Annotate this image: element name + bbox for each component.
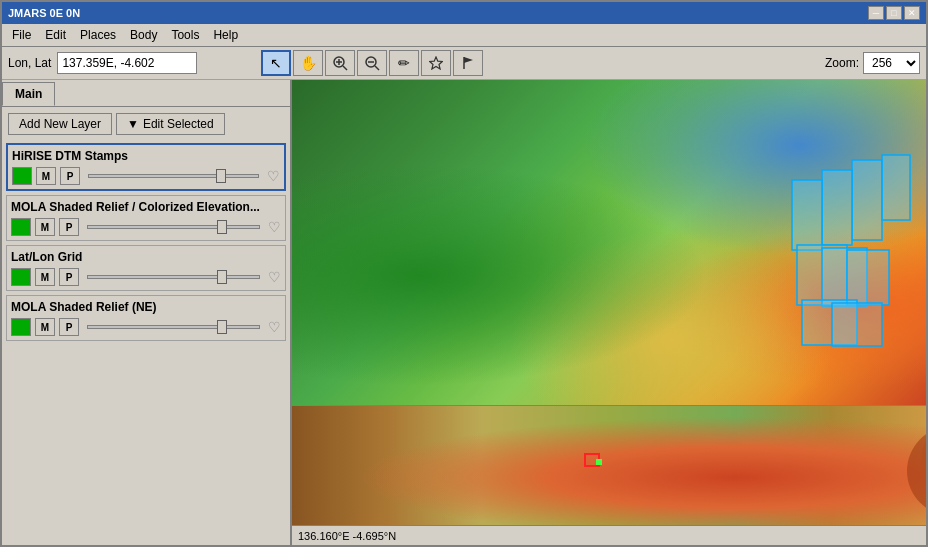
lonlat-input[interactable] xyxy=(57,52,197,74)
status-bar: 136.160°E -4.695°N xyxy=(292,525,926,545)
layer-item-hirise: HiRISE DTM Stamps M P ♡ xyxy=(6,143,286,191)
menubar: File Edit Places Body Tools Help xyxy=(2,24,926,47)
coords-display: 136.160°E -4.695°N xyxy=(298,530,396,542)
window-title: JMARS 0E 0N xyxy=(8,7,80,19)
layer-m-mola-ne[interactable]: M xyxy=(35,318,55,336)
edit-selected-arrow: ▼ xyxy=(127,117,139,131)
layer-p-mola-ne[interactable]: P xyxy=(59,318,79,336)
layer-p-mola[interactable]: P xyxy=(59,218,79,236)
add-new-layer-button[interactable]: Add New Layer xyxy=(8,113,112,135)
zoomin-icon xyxy=(332,55,348,71)
layer-name-mola-ne: MOLA Shaded Relief (NE) xyxy=(11,300,281,314)
layer-name-mola: MOLA Shaded Relief / Colorized Elevation… xyxy=(11,200,281,214)
tab-main[interactable]: Main xyxy=(2,82,55,106)
layer-color-grid[interactable] xyxy=(11,268,31,286)
star-tool-button[interactable] xyxy=(421,50,451,76)
flag-tool-button[interactable] xyxy=(453,50,483,76)
menu-body[interactable]: Body xyxy=(124,26,163,44)
pan-tool-button[interactable]: ✋ xyxy=(293,50,323,76)
layer-controls-grid: M P ♡ xyxy=(11,268,281,286)
layer-item-mola: MOLA Shaded Relief / Colorized Elevation… xyxy=(6,195,286,241)
svg-marker-9 xyxy=(464,57,473,63)
layer-color-mola-ne[interactable] xyxy=(11,318,31,336)
layer-name-hirise: HiRISE DTM Stamps xyxy=(12,149,280,163)
svg-marker-7 xyxy=(430,57,443,69)
minimize-button[interactable]: ─ xyxy=(868,6,884,20)
layer-opacity-hirise[interactable] xyxy=(88,174,259,178)
zoom-select[interactable]: 256 128 512 64 1024 xyxy=(863,52,920,74)
menu-file[interactable]: File xyxy=(6,26,37,44)
map-strip[interactable] xyxy=(292,405,926,525)
layer-m-grid[interactable]: M xyxy=(35,268,55,286)
tool-buttons: ↖ ✋ ✏ xyxy=(261,50,483,76)
zoom-area: Zoom: 256 128 512 64 1024 xyxy=(825,52,920,74)
menu-help[interactable]: Help xyxy=(207,26,244,44)
select-tool-button[interactable]: ↖ xyxy=(261,50,291,76)
layer-opacity-grid[interactable] xyxy=(87,275,260,279)
map-area: 136.160°E -4.695°N xyxy=(292,80,926,545)
toolbar: Lon, Lat ↖ ✋ ✏ xyxy=(2,47,926,80)
zoomout-icon xyxy=(364,55,380,71)
terrain-bg-main xyxy=(292,80,926,405)
layer-heart-mola-ne: ♡ xyxy=(268,319,281,335)
layer-p-hirise[interactable]: P xyxy=(60,167,80,185)
layer-m-mola[interactable]: M xyxy=(35,218,55,236)
layer-name-grid: Lat/Lon Grid xyxy=(11,250,281,264)
layer-opacity-mola-ne[interactable] xyxy=(87,325,260,329)
edit-selected-button[interactable]: ▼ Edit Selected xyxy=(116,113,225,135)
star-icon xyxy=(429,56,443,70)
layer-m-hirise[interactable]: M xyxy=(36,167,56,185)
menu-places[interactable]: Places xyxy=(74,26,122,44)
app-window: JMARS 0E 0N ─ □ ✕ File Edit Places Body … xyxy=(0,0,928,547)
tab-bar: Main xyxy=(2,80,290,107)
window-controls: ─ □ ✕ xyxy=(868,6,920,20)
svg-line-5 xyxy=(375,66,379,70)
panel-buttons: Add New Layer ▼ Edit Selected xyxy=(2,107,290,139)
zoom-label: Zoom: xyxy=(825,56,859,70)
layer-color-hirise[interactable] xyxy=(12,167,32,185)
layer-item-mola-ne: MOLA Shaded Relief (NE) M P ♡ xyxy=(6,295,286,341)
titlebar: JMARS 0E 0N ─ □ ✕ xyxy=(2,2,926,24)
main-content: Main Add New Layer ▼ Edit Selected HiRIS… xyxy=(2,80,926,545)
layer-color-mola[interactable] xyxy=(11,218,31,236)
menu-edit[interactable]: Edit xyxy=(39,26,72,44)
edit-selected-label: Edit Selected xyxy=(143,117,214,131)
lonlat-label: Lon, Lat xyxy=(8,56,51,70)
menu-tools[interactable]: Tools xyxy=(165,26,205,44)
zoomout-tool-button[interactable] xyxy=(357,50,387,76)
layers-list: HiRISE DTM Stamps M P ♡ MOLA Shaded Reli… xyxy=(2,139,290,545)
layer-controls-mola: M P ♡ xyxy=(11,218,281,236)
layer-heart-grid: ♡ xyxy=(268,269,281,285)
layer-item-grid: Lat/Lon Grid M P ♡ xyxy=(6,245,286,291)
zoomin-tool-button[interactable] xyxy=(325,50,355,76)
terrain-bg-strip xyxy=(292,406,926,525)
close-button[interactable]: ✕ xyxy=(904,6,920,20)
flag-icon xyxy=(461,56,475,70)
map-main[interactable] xyxy=(292,80,926,405)
layer-p-grid[interactable]: P xyxy=(59,268,79,286)
layer-controls-hirise: M P ♡ xyxy=(12,167,280,185)
left-panel: Main Add New Layer ▼ Edit Selected HiRIS… xyxy=(2,80,292,545)
layer-opacity-mola[interactable] xyxy=(87,225,260,229)
measure-tool-button[interactable]: ✏ xyxy=(389,50,419,76)
maximize-button[interactable]: □ xyxy=(886,6,902,20)
layer-controls-mola-ne: M P ♡ xyxy=(11,318,281,336)
layer-heart-hirise: ♡ xyxy=(267,168,280,184)
svg-line-1 xyxy=(343,66,347,70)
layer-heart-mola: ♡ xyxy=(268,219,281,235)
